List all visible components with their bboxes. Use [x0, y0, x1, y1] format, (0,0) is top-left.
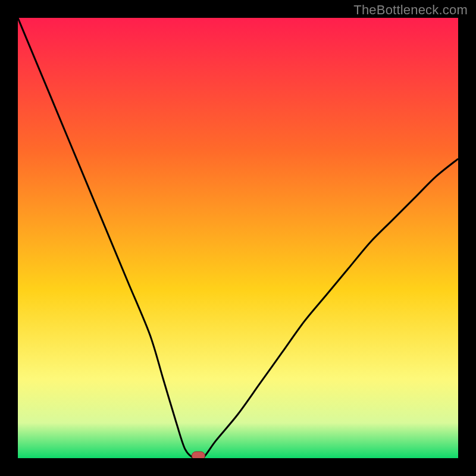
bottleneck-plot	[18, 18, 458, 458]
plot-svg	[18, 18, 458, 458]
gradient-background	[18, 18, 458, 458]
chart-frame: TheBottleneck.com	[0, 0, 476, 476]
optimal-marker	[192, 452, 205, 458]
watermark-text: TheBottleneck.com	[353, 2, 468, 18]
